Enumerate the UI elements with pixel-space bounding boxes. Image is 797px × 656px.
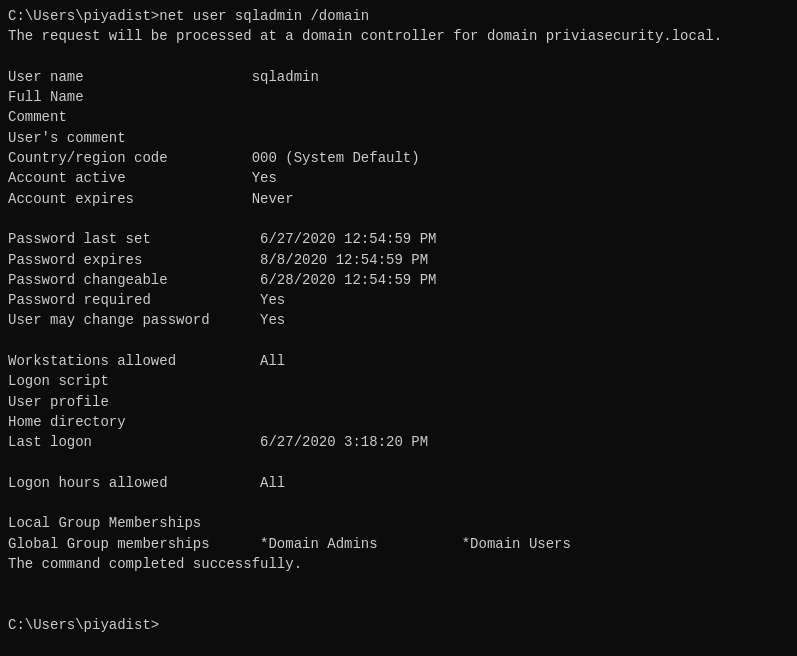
terminal-line-blank2 [8,209,789,229]
terminal-line-pwd-last-set: Password last set 6/27/2020 12:54:59 PM [8,229,789,249]
terminal-line-account-expires-label: Account expires Never [8,189,789,209]
terminal-line-user-profile: User profile [8,392,789,412]
terminal-line-pwd-changeable: Password changeable 6/28/2020 12:54:59 P… [8,270,789,290]
terminal-line-users-comment-label: User's comment [8,128,789,148]
terminal-line-user-may-change: User may change password Yes [8,310,789,330]
terminal-line-blank6 [8,574,789,594]
terminal-line-blank7 [8,595,789,615]
terminal-line-country-label: Country/region code 000 (System Default) [8,148,789,168]
terminal-line-pwd-required: Password required Yes [8,290,789,310]
terminal-line-blank4 [8,453,789,473]
terminal-line-workstations: Workstations allowed All [8,351,789,371]
terminal-line-fullname-label: Full Name [8,87,789,107]
terminal-window[interactable]: C:\Users\piyadist>net user sqladmin /dom… [0,0,797,656]
terminal-line-home-dir: Home directory [8,412,789,432]
terminal-line-info-line: The request will be processed at a domai… [8,26,789,46]
terminal-line-cmd-line: C:\Users\piyadist>net user sqladmin /dom… [8,6,789,26]
terminal-line-global-group: Global Group memberships *Domain Admins … [8,534,789,554]
terminal-line-prompt: C:\Users\piyadist> [8,615,789,635]
terminal-line-logon-script: Logon script [8,371,789,391]
terminal-line-pwd-expires: Password expires 8/8/2020 12:54:59 PM [8,250,789,270]
terminal-line-comment-label: Comment [8,107,789,127]
terminal-line-local-group: Local Group Memberships [8,513,789,533]
terminal-line-logon-hours: Logon hours allowed All [8,473,789,493]
terminal-line-success: The command completed successfully. [8,554,789,574]
terminal-line-username-label: User name sqladmin [8,67,789,87]
terminal-line-last-logon: Last logon 6/27/2020 3:18:20 PM [8,432,789,452]
terminal-line-blank3 [8,331,789,351]
terminal-line-account-active-label: Account active Yes [8,168,789,188]
terminal-line-blank5 [8,493,789,513]
terminal-line-blank1 [8,47,789,67]
